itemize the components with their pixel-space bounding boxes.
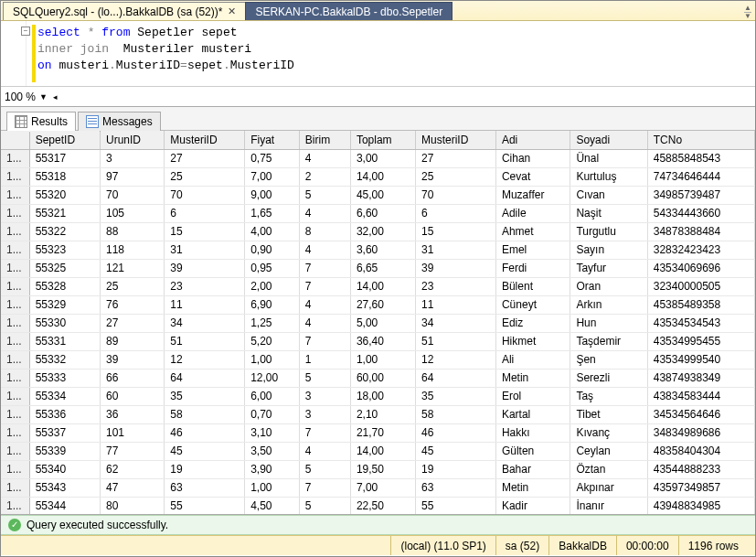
cell[interactable]: 27,60: [350, 295, 415, 314]
tab-table-view[interactable]: SERKAN-PC.BakkalDB - dbo.Sepetler: [245, 2, 453, 20]
cell[interactable]: 22,50: [350, 497, 415, 515]
cell[interactable]: İnanır: [570, 497, 647, 515]
cell[interactable]: Ediz: [495, 314, 570, 332]
cell[interactable]: Taş: [570, 387, 647, 405]
cell[interactable]: 43874938349: [647, 369, 754, 387]
table-row[interactable]: 1...5533189515,20736,4051HikmetTaşdemir4…: [1, 332, 755, 350]
row-number[interactable]: 1...: [1, 277, 29, 295]
col-5[interactable]: Toplam: [350, 131, 415, 149]
cell[interactable]: 34985739487: [647, 186, 754, 204]
cell[interactable]: 74734646444: [647, 167, 754, 186]
cell[interactable]: 55343: [29, 478, 100, 497]
cell[interactable]: 5,00: [350, 314, 415, 332]
cell[interactable]: 8: [299, 222, 350, 241]
cell[interactable]: 3,10: [245, 423, 300, 442]
cell[interactable]: 55337: [29, 423, 100, 442]
col-2[interactable]: MusteriID: [165, 131, 245, 149]
cell[interactable]: Tayfur: [570, 259, 647, 277]
cell[interactable]: 4: [299, 442, 350, 460]
cell[interactable]: 12: [165, 350, 245, 369]
collapse-icon[interactable]: −: [21, 27, 30, 36]
cell[interactable]: 54334443660: [647, 204, 754, 222]
cell[interactable]: Cevat: [495, 167, 570, 186]
cell[interactable]: 27: [101, 314, 165, 332]
cell[interactable]: 4: [299, 204, 350, 222]
cell[interactable]: 55: [416, 497, 496, 515]
cell[interactable]: Akpınar: [570, 478, 647, 497]
cell[interactable]: Metin: [495, 478, 570, 497]
cell[interactable]: 46: [416, 423, 496, 442]
cell[interactable]: 39: [165, 259, 245, 277]
cell[interactable]: Hun: [570, 314, 647, 332]
cell[interactable]: 7: [299, 259, 350, 277]
cell[interactable]: 3,00: [350, 149, 415, 167]
cell[interactable]: 7: [299, 478, 350, 497]
cell[interactable]: 36,40: [350, 332, 415, 350]
row-number[interactable]: 1...: [1, 222, 29, 241]
cell[interactable]: 15: [165, 222, 245, 241]
results-grid[interactable]: SepetIDUrunIDMusteriIDFiyatBirimToplamMu…: [1, 131, 755, 515]
cell[interactable]: 23: [165, 277, 245, 295]
cell[interactable]: Öztan: [570, 460, 647, 478]
cell[interactable]: 55329: [29, 295, 100, 314]
cell[interactable]: 1: [299, 350, 350, 369]
cell[interactable]: 6,90: [245, 295, 300, 314]
tab-scroll-hints[interactable]: ▲▼: [740, 5, 755, 20]
cell[interactable]: 25: [101, 277, 165, 295]
cell[interactable]: 32832423423: [647, 241, 754, 259]
cell[interactable]: 15: [416, 222, 496, 241]
cell[interactable]: 55: [165, 497, 245, 515]
cell[interactable]: Ünal: [570, 149, 647, 167]
cell[interactable]: 19: [165, 460, 245, 478]
cell[interactable]: 14,00: [350, 277, 415, 295]
sql-code[interactable]: select * from Sepetler sepet inner join …: [37, 25, 294, 82]
cell[interactable]: 7,00: [245, 167, 300, 186]
cell[interactable]: 18,00: [350, 387, 415, 405]
row-number[interactable]: 1...: [1, 442, 29, 460]
zoom-dropdown-icon[interactable]: ▼: [39, 92, 48, 102]
cell[interactable]: 64: [165, 369, 245, 387]
cell[interactable]: 0,95: [245, 259, 300, 277]
cell[interactable]: 7: [299, 277, 350, 295]
zoom-label[interactable]: 100 %: [5, 91, 36, 103]
cell[interactable]: 34534564646: [647, 405, 754, 423]
cell[interactable]: Kartal: [495, 405, 570, 423]
cell[interactable]: Ahmet: [495, 222, 570, 241]
cell[interactable]: 31: [416, 241, 496, 259]
cell[interactable]: Bahar: [495, 460, 570, 478]
cell[interactable]: 39: [101, 350, 165, 369]
table-row[interactable]: 1...55325121390,9576,6539FerdiTayfur4353…: [1, 259, 755, 277]
table-row[interactable]: 1...5532070709,00545,0070MuzafferCıvan34…: [1, 186, 755, 204]
cell[interactable]: 23: [416, 277, 496, 295]
cell[interactable]: 3: [299, 405, 350, 423]
cell[interactable]: 89: [101, 332, 165, 350]
cell[interactable]: 55320: [29, 186, 100, 204]
cell[interactable]: 58: [416, 405, 496, 423]
cell[interactable]: 45885848543: [647, 149, 754, 167]
cell[interactable]: 55317: [29, 149, 100, 167]
cell[interactable]: 66: [101, 369, 165, 387]
cell[interactable]: Serezli: [570, 369, 647, 387]
cell[interactable]: 63: [416, 478, 496, 497]
cell[interactable]: 9,00: [245, 186, 300, 204]
col-1[interactable]: UrunID: [101, 131, 165, 149]
cell[interactable]: 55344: [29, 497, 100, 515]
cell[interactable]: 3,50: [245, 442, 300, 460]
cell[interactable]: 88: [101, 222, 165, 241]
cell[interactable]: Gülten: [495, 442, 570, 460]
cell[interactable]: Cıvan: [570, 186, 647, 204]
table-row[interactable]: 1...5533977453,50414,0045GültenCeylan483…: [1, 442, 755, 460]
zoom-left-icon[interactable]: ◂: [53, 92, 58, 102]
cell[interactable]: 60: [101, 387, 165, 405]
cell[interactable]: 51: [416, 332, 496, 350]
cell[interactable]: 32,00: [350, 222, 415, 241]
row-number[interactable]: 1...: [1, 259, 29, 277]
cell[interactable]: 63: [165, 478, 245, 497]
cell[interactable]: Ferdi: [495, 259, 570, 277]
cell[interactable]: 97: [101, 167, 165, 186]
table-row[interactable]: 1...5534347631,0077,0063MetinAkpınar4359…: [1, 478, 755, 497]
col-0[interactable]: SepetID: [29, 131, 100, 149]
cell[interactable]: 31: [165, 241, 245, 259]
cell[interactable]: 3: [299, 387, 350, 405]
cell[interactable]: 5: [299, 186, 350, 204]
